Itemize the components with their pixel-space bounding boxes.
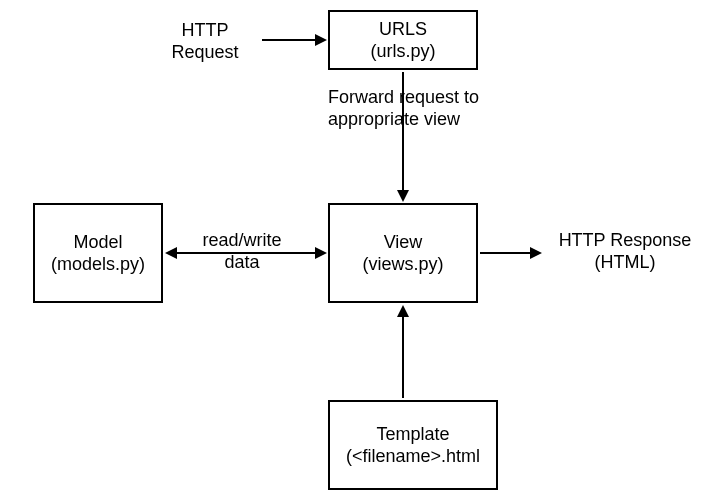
view-title: View	[384, 231, 423, 254]
model-box: Model (models.py)	[33, 203, 163, 303]
model-subtitle: (models.py)	[51, 253, 145, 276]
model-title: Model	[73, 231, 122, 254]
http-response-label: HTTP Response (HTML)	[545, 230, 705, 273]
http-request-label: HTTP Request	[150, 20, 260, 63]
urls-subtitle: (urls.py)	[370, 40, 435, 63]
view-subtitle: (views.py)	[362, 253, 443, 276]
arrow-view-to-response	[480, 247, 542, 259]
view-box: View (views.py)	[328, 203, 478, 303]
urls-box: URLS (urls.py)	[328, 10, 478, 70]
template-box: Template (<filename>.html	[328, 400, 498, 490]
diagram-stage: HTTP Request URLS (urls.py) Forward requ…	[0, 0, 713, 503]
svg-marker-6	[315, 247, 327, 259]
svg-marker-3	[397, 190, 409, 202]
forward-request-label: Forward request to appropriate view	[328, 87, 548, 130]
template-subtitle: (<filename>.html	[346, 445, 480, 468]
arrow-template-to-view	[397, 305, 409, 398]
svg-marker-5	[165, 247, 177, 259]
template-title: Template	[376, 423, 449, 446]
svg-marker-8	[530, 247, 542, 259]
arrow-request-to-urls	[262, 34, 327, 46]
readwrite-label: read/write data	[192, 230, 292, 273]
svg-marker-10	[397, 305, 409, 317]
svg-marker-1	[315, 34, 327, 46]
urls-title: URLS	[379, 18, 427, 41]
